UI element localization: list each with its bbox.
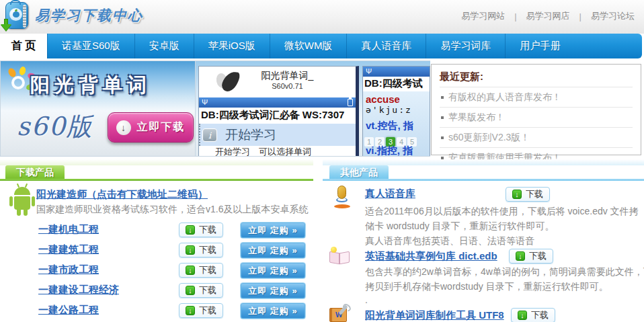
download-button[interactable]: ↓下载 [506, 187, 550, 202]
chevron-right-icon: » [292, 245, 298, 255]
top-header: 易学习下载中心 易学习网站 | 易学习网店 | 易学习论坛 [0, 0, 644, 34]
phone-statusbar: Ψ [199, 97, 356, 108]
dict-word: accuse [366, 93, 427, 105]
dict-meaning-vi: vi.指控, 指 [366, 145, 413, 157]
download-icon: ↓ [186, 266, 195, 275]
screenshot-collage: 阳光背单词_ S60v0.71 Ψ DB:四级考试词汇必备 WS:7307 i … [196, 61, 430, 157]
download-button[interactable]: ↓下载 [179, 263, 223, 278]
download-button[interactable]: ↓下载 [179, 243, 223, 257]
top-link-forum[interactable]: 易学习论坛 [591, 10, 635, 22]
top-links: 易学习网站 | 易学习网店 | 易学习论坛 [461, 10, 635, 22]
download-button[interactable]: ↓下载 [179, 223, 223, 237]
banner-title: 阳光背单词 [30, 72, 151, 99]
logo-text: 易学习下载中心 [35, 6, 143, 25]
order-button[interactable]: 立即 定购 » [240, 222, 306, 239]
download-button[interactable]: ↓下载 [179, 283, 223, 298]
product-link-shizheng[interactable]: 一建市政工程 [38, 264, 99, 276]
top-link-shop[interactable]: 易学习网店 [526, 10, 570, 22]
dict-tool-icon: W [329, 306, 351, 322]
download-icon: ↓ [518, 311, 527, 320]
info-icon: i [202, 128, 217, 142]
site-logo[interactable]: 易学习下载中心 [5, 2, 143, 29]
nav-tab-ios[interactable]: 苹果iOS版 [194, 34, 270, 58]
antenna-icon: Ψ [202, 99, 208, 106]
download-arrow-icon [1, 19, 11, 32]
product-desc-line: 真人语音库包括英语、日语、法语等语音 [365, 235, 534, 247]
nav-tab-voice-lib[interactable]: 真人语音库 [346, 34, 426, 58]
db-status-line: DB:四级考试词汇必备 WS:7307 [199, 108, 356, 124]
product-link-jidian[interactable]: 一建机电工程 [38, 223, 99, 236]
product-desc-line: 包含共享的约2w单词音标，4w单词的例句，简明词典需要此文件，下 [365, 266, 644, 278]
link-separator: | [514, 11, 516, 22]
download-button[interactable]: ↓下载 [179, 303, 223, 318]
download-icon: ↓ [512, 190, 522, 199]
bullet-icon [441, 116, 444, 119]
product-desc-line: . [365, 294, 368, 305]
nav-tab-wm[interactable]: 微软WM版 [270, 34, 347, 58]
product-link-sentence-lib[interactable]: 英语基础共享例句库 dict.edb [365, 250, 497, 263]
nav-tab-nokia-s60[interactable]: 诺基亚S60版 [47, 34, 134, 58]
banner-subtitle: s60版 [17, 110, 93, 144]
main-nav: 首 页 诺基亚S60版 安卓版 苹果iOS版 微软WM版 真人语音库 易学习词库… [0, 34, 642, 58]
product-link-jingji[interactable]: 一建建设工程经济 [38, 284, 119, 296]
product-desc: 国家建造师职业资格考试练习软件，适合v1.6及以上版本安卓系统 [36, 204, 308, 216]
android-icon [9, 186, 36, 218]
update-item[interactable]: 有版权的真人语音库发布！ [440, 87, 633, 107]
menu-item-subtext: 开始学习 可以选择单词 [199, 146, 356, 157]
product-desc-line: 储卡 wordstudy 目录下，重新运行软件即可。 [365, 220, 555, 233]
link-separator: | [579, 11, 581, 22]
order-button[interactable]: 立即 定购 » [240, 282, 306, 299]
product-link-jianzhu[interactable]: 一建建筑工程 [38, 243, 99, 256]
update-item[interactable]: 苹果版发布！ [440, 107, 633, 127]
product-link-dict-tool[interactable]: 阳光背单词词库制作工具 UTF8 [365, 309, 504, 322]
nav-tab-android[interactable]: 安卓版 [134, 34, 194, 58]
book-icon [328, 248, 351, 267]
page: 易学习下载中心 易学习网站 | 易学习网店 | 易学习论坛 首 页 诺基亚S60… [0, 0, 644, 322]
chevron-right-icon: » [292, 286, 298, 296]
order-button[interactable]: 立即 定购 » [240, 303, 306, 319]
bullet-icon [441, 96, 444, 99]
phone-screenshot-main: 阳光背单词_ S60v0.71 Ψ DB:四级考试词汇必备 WS:7307 i … [198, 66, 359, 157]
promo-banner[interactable]: 阳光背单词 s60版 ↓ 立即下载 [0, 61, 196, 157]
chevron-right-icon: » [292, 266, 298, 276]
bulb-icon [331, 247, 337, 253]
download-icon: ↓ [516, 251, 525, 261]
download-circle-arrow-icon: ↓ [116, 120, 131, 135]
nav-tab-manual[interactable]: 用户手册 [505, 34, 574, 58]
product-link-builder[interactable]: 阳光建造师（点击有下载地址二维码） [36, 188, 208, 201]
chevron-right-icon: » [292, 225, 298, 235]
menu-item-selected: i 开始学习 [199, 124, 356, 146]
backpack-logo-icon [5, 2, 28, 29]
order-button[interactable]: 立即 定购 » [240, 242, 306, 259]
download-icon: ↓ [186, 286, 195, 295]
download-icon: ↓ [186, 306, 195, 315]
apple-icon [13, 11, 19, 17]
banner-download-button[interactable]: ↓ 立即下载 [108, 112, 194, 143]
product-desc-line: 适合2011年06月以后版本的软件使用，下载后将 voice.edv 文件拷 [365, 206, 639, 218]
product-link-voice-lib[interactable]: 真人语音库 [365, 188, 415, 200]
antenna-icon: Ψ [366, 68, 372, 75]
product-desc-line: 拷贝到手机存储卡wordstudy 目录下，重新运行软件即可。 [365, 281, 608, 293]
download-icon: ↓ [186, 225, 195, 235]
recent-updates-panel: 最近更新: 有版权的真人语音库发布！ 苹果版发布！ s60更新到V2.3版！ 安… [431, 64, 641, 155]
order-button[interactable]: 立即 定购 » [240, 262, 306, 279]
download-button[interactable]: ↓下载 [511, 308, 555, 322]
updates-title: 最近更新: [440, 69, 633, 87]
nav-tab-home[interactable]: 首 页 [0, 34, 47, 58]
chevron-right-icon: » [292, 306, 298, 316]
battery-icon [348, 99, 353, 106]
update-item[interactable]: s60更新到V2.3版！ [440, 127, 633, 147]
bullet-icon [441, 136, 444, 139]
app-logo-icon [216, 71, 239, 93]
dict-meaning-vt: vt.控告, 指 [366, 120, 427, 132]
download-button[interactable]: ↓下载 [509, 249, 553, 264]
nav-tab-dict-lib[interactable]: 易学习词库 [426, 34, 505, 58]
db-status-line: DB:四级考试 [363, 77, 430, 91]
product-link-gonglu[interactable]: 一建公路工程 [38, 304, 99, 317]
dict-phonetic: ə'kju:z [366, 105, 427, 115]
download-icon: ↓ [186, 245, 195, 255]
microphone-icon [332, 186, 352, 208]
top-link-website[interactable]: 易学习网站 [461, 10, 505, 22]
phone-screenshot-dict: Ψ DB:四级考试 accuse ə'kju:z vt.控告, 指 1 2 3 … [362, 66, 430, 157]
